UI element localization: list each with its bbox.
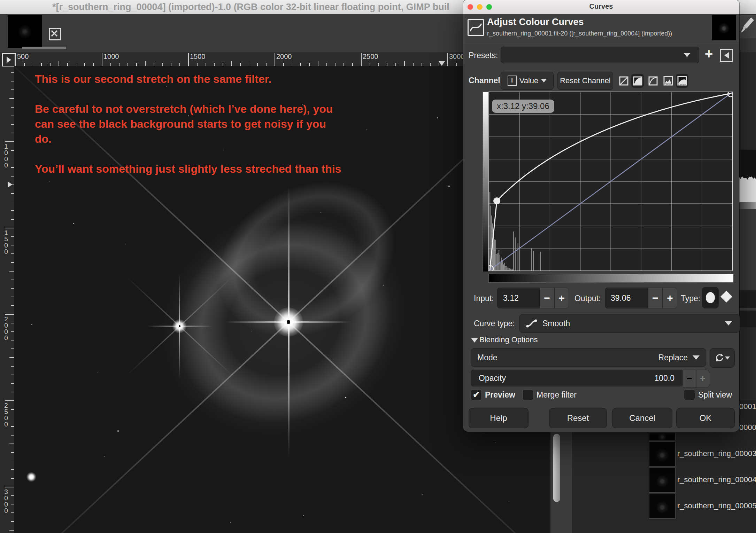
input-decrement-button[interactable]: − bbox=[540, 288, 554, 308]
layer-label-partial[interactable]: 00002 bbox=[739, 423, 756, 432]
ruler-tick bbox=[11, 452, 14, 453]
ruler-tick bbox=[11, 348, 14, 349]
annotation-paragraph: Be careful to not overstretch (which I’v… bbox=[35, 102, 341, 147]
ruler-tick bbox=[11, 469, 14, 470]
layer-thumbnail[interactable] bbox=[649, 468, 676, 493]
layer-thumbnail[interactable] bbox=[649, 441, 676, 467]
output-field[interactable]: 39.06 bbox=[605, 288, 648, 308]
image-tab-thumbnail[interactable] bbox=[8, 15, 42, 48]
cancel-button[interactable]: Cancel bbox=[612, 408, 672, 428]
ruler-tick bbox=[257, 63, 258, 66]
ruler-tick bbox=[67, 63, 68, 66]
gimp-application: *[r_southern_ring_00004] (imported)-1.0 … bbox=[0, 0, 756, 533]
dock-divider bbox=[739, 308, 756, 311]
ruler-tick bbox=[9, 98, 14, 99]
ruler-tick bbox=[11, 297, 14, 297]
linear-light-toggle[interactable] bbox=[617, 74, 630, 88]
curves-dialog: Curves Adjust Colour Curves r_southern_r… bbox=[463, 0, 739, 432]
ruler-corner-button[interactable] bbox=[2, 53, 15, 66]
output-decrement-button[interactable]: − bbox=[648, 288, 663, 308]
layer-thumbnail[interactable] bbox=[649, 494, 676, 519]
opacity-slider[interactable]: Opacity 100.0 bbox=[471, 370, 682, 386]
point-type-corner-button[interactable] bbox=[720, 291, 732, 303]
mode-dropdown[interactable]: Mode Replace bbox=[471, 348, 706, 367]
ruler-tick bbox=[378, 63, 379, 66]
ruler-tick bbox=[128, 63, 128, 66]
ruler-tick bbox=[11, 133, 14, 133]
ok-button[interactable]: OK bbox=[676, 408, 735, 428]
output-increment-button[interactable]: + bbox=[663, 288, 677, 308]
curve-type-dropdown[interactable]: Smooth bbox=[519, 314, 740, 333]
histogram-logarithmic-toggle[interactable] bbox=[676, 74, 688, 88]
dock-row bbox=[739, 292, 756, 308]
input-gradient-strip bbox=[488, 274, 734, 283]
input-increment-button[interactable]: + bbox=[554, 288, 569, 308]
ruler-tick bbox=[11, 435, 14, 436]
dialog-titlebar[interactable]: Curves bbox=[463, 0, 739, 14]
ruler-tick bbox=[59, 61, 59, 66]
paintbrush-icon[interactable] bbox=[741, 17, 755, 36]
preset-menu-button[interactable] bbox=[720, 49, 733, 62]
ruler-tick bbox=[283, 63, 284, 66]
circle-icon bbox=[706, 292, 715, 303]
vertical-ruler[interactable]: 10001500200025003000 bbox=[0, 66, 14, 533]
reset-channel-button[interactable]: Reset Channel bbox=[557, 72, 613, 90]
canvas-vertical-scrollbar-thumb[interactable] bbox=[553, 434, 560, 502]
ruler-tick bbox=[395, 63, 396, 66]
split-view-checkbox[interactable] bbox=[684, 389, 695, 400]
help-button[interactable]: Help bbox=[469, 408, 529, 428]
histogram-graph bbox=[739, 174, 756, 202]
ruler-tick bbox=[9, 271, 14, 272]
star-dot bbox=[31, 324, 32, 325]
blend-space-reset-button[interactable] bbox=[710, 348, 735, 368]
perceptual-toggle[interactable] bbox=[647, 74, 659, 88]
channel-value: Value bbox=[519, 76, 539, 85]
ruler-tick bbox=[11, 176, 14, 177]
dock-row bbox=[739, 311, 756, 327]
ruler-tick bbox=[404, 61, 405, 66]
histogram-panel bbox=[739, 150, 756, 202]
chevron-down-icon bbox=[725, 321, 732, 326]
reset-button[interactable]: Reset bbox=[549, 408, 607, 428]
expander-triangle-icon[interactable] bbox=[471, 338, 478, 343]
ruler-tick bbox=[11, 72, 14, 73]
ruler-label: 2500 bbox=[363, 53, 378, 61]
layer-label-partial[interactable]: 0001 bbox=[739, 402, 756, 411]
mode-value: Replace bbox=[658, 353, 688, 362]
star-dot bbox=[437, 117, 438, 118]
ruler-tick bbox=[9, 357, 14, 358]
dialog-heading: Adjust Colour Curves bbox=[487, 17, 584, 28]
input-field[interactable]: 3.12 bbox=[497, 288, 540, 308]
ruler-tick bbox=[422, 63, 422, 66]
ruler-tick bbox=[9, 444, 14, 444]
layer-label[interactable]: r_southern_ring_00003 bbox=[677, 449, 756, 458]
annotation-text: This is our second stretch on the same f… bbox=[35, 72, 341, 191]
curve-grid[interactable]: x:3.12 y:39.06 bbox=[488, 92, 733, 271]
layer-thumbnail[interactable] bbox=[649, 433, 676, 440]
channel-label: Channel: bbox=[469, 76, 503, 85]
ruler-tick bbox=[179, 63, 180, 66]
opacity-increment-button[interactable]: + bbox=[696, 370, 709, 388]
layer-label[interactable]: r_southern_ring_00004 bbox=[677, 475, 756, 484]
presets-dropdown[interactable] bbox=[501, 47, 699, 63]
point-type-smooth-button[interactable] bbox=[702, 287, 719, 308]
blending-options-label[interactable]: Blending Options bbox=[479, 335, 538, 344]
opacity-decrement-button[interactable]: − bbox=[683, 370, 696, 388]
opacity-label: Opacity bbox=[479, 374, 506, 383]
saturated-core-dot bbox=[179, 325, 180, 327]
ruler-label: 3000 bbox=[2, 488, 9, 513]
value-channel-icon: I bbox=[508, 76, 517, 86]
histogram-linear-toggle[interactable] bbox=[662, 74, 674, 88]
close-view-icon[interactable] bbox=[49, 28, 61, 40]
non-linear-toggle-selected[interactable] bbox=[631, 74, 644, 88]
preview-checkbox[interactable]: ✔ bbox=[471, 389, 482, 400]
saturated-core-dot bbox=[287, 320, 290, 324]
channel-dropdown[interactable]: I Value bbox=[501, 72, 554, 90]
merge-filter-checkbox[interactable] bbox=[522, 389, 533, 400]
main-window-title: *[r_southern_ring_00004] (imported)-1.0 … bbox=[52, 2, 449, 13]
ruler-tick bbox=[33, 63, 33, 66]
add-preset-button[interactable]: + bbox=[705, 46, 713, 62]
star-dot bbox=[345, 397, 346, 398]
layer-label[interactable]: r_southern_ring_00005 bbox=[677, 501, 756, 510]
ruler-tick bbox=[5, 487, 14, 487]
